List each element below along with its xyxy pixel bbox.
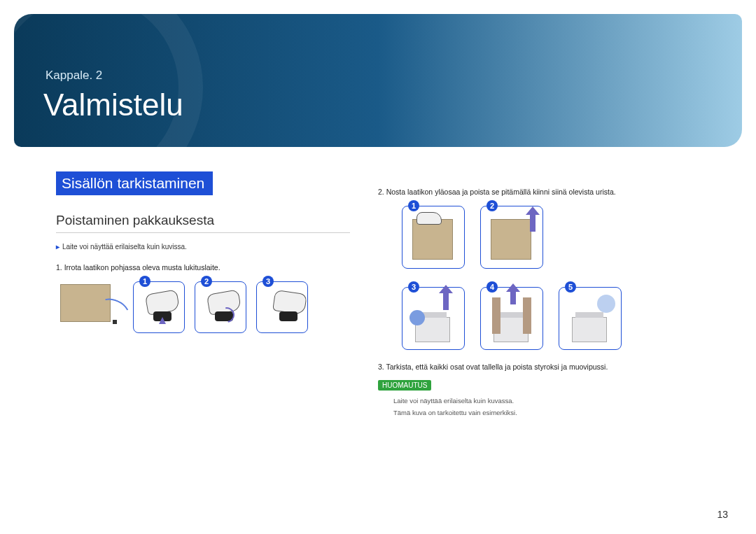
- subsection-title: Poistaminen pakkauksesta: [56, 213, 350, 233]
- step1-text: 1. Irrota laatikon pohjassa oleva musta …: [56, 263, 350, 272]
- step3-text: 3. Tarkista, että kaikki osat ovat talle…: [378, 363, 700, 371]
- chapter-title: Valmistelu: [43, 87, 183, 122]
- bullet-icon: ▸: [56, 243, 59, 251]
- page-content: Sisällön tarkistaminen Poistaminen pakka…: [56, 171, 700, 419]
- note-bullet: ▸Laite voi näyttää erilaiselta kuin kuvi…: [56, 243, 350, 251]
- note-line-2: Tämä kuva on tarkoitettu vain esimerkiks…: [393, 407, 700, 419]
- box-illustration: [56, 280, 126, 336]
- figure-number: 2: [201, 276, 212, 287]
- note-badge: HUOMAUTUS: [378, 380, 431, 391]
- chapter-label: Kappale. 2: [46, 69, 102, 83]
- step2-text: 2. Nosta laatikon yläosaa ja poista se p…: [378, 188, 700, 196]
- figure-number: 3: [408, 281, 419, 293]
- page-number: 13: [717, 509, 728, 520]
- left-column: Sisällön tarkistaminen Poistaminen pakka…: [56, 171, 350, 419]
- step2-figures-row2: 3 4 5: [378, 284, 700, 353]
- figure-2-3: 3: [402, 287, 465, 350]
- figure-1-3: 3: [256, 281, 308, 333]
- figure-number: 1: [408, 200, 419, 211]
- note-bullet-text: Laite voi näyttää erilaiselta kuin kuvis…: [62, 243, 187, 251]
- figure-2-5: 5: [559, 287, 622, 350]
- figure-2-2: 2: [480, 206, 543, 269]
- right-column: 2. Nosta laatikon yläosaa ja poista se p…: [378, 171, 700, 419]
- chapter-header: Kappale. 2 Valmistelu: [14, 14, 742, 147]
- figure-1-2: 2: [195, 281, 246, 333]
- figure-number: 4: [486, 281, 498, 293]
- note-block: HUOMAUTUS Laite voi näyttää erilaiselta …: [378, 378, 700, 419]
- step1-figures: 1 2 3: [56, 279, 350, 336]
- figure-2-4: 4: [480, 287, 543, 350]
- figure-number: 2: [486, 200, 498, 211]
- figure-number: 3: [262, 276, 274, 287]
- figure-2-1: 1: [402, 206, 465, 269]
- section-title: Sisällön tarkistaminen: [56, 171, 213, 195]
- figure-number: 5: [565, 281, 576, 293]
- figure-1-1: 1: [133, 281, 185, 333]
- step2-figures-row1: 1 2: [378, 203, 700, 272]
- note-line-1: Laite voi näyttää erilaiselta kuin kuvas…: [393, 395, 700, 407]
- figure-number: 1: [139, 276, 150, 287]
